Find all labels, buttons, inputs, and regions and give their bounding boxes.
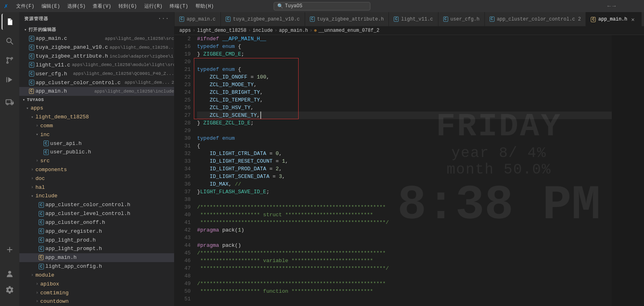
code-line-43	[197, 234, 612, 242]
code-line-32: ID_LIGHT_CTRL_DATA = 0,	[197, 150, 612, 157]
tab-count: 2	[171, 80, 174, 85]
tab-attribute[interactable]: C tuya_zigbee_attribute.h	[305, 12, 389, 26]
menu-run[interactable]: 运行(R)	[141, 2, 166, 10]
folder-name: inc	[40, 132, 50, 138]
folder-src[interactable]: › src	[19, 157, 174, 165]
open-file-color-control[interactable]: C app_cluster_color_control.c apps\light…	[19, 78, 174, 87]
svg-point-2	[7, 58, 8, 59]
tab-app-main-c[interactable]: C app_main.c	[175, 12, 221, 26]
file-user-api[interactable]: C user_api.h	[19, 139, 174, 148]
svg-point-6	[8, 271, 11, 274]
menu-view[interactable]: 查看(V)	[89, 2, 114, 10]
menu-file[interactable]: 文件(F)	[13, 2, 38, 10]
line-numbers: 2 16 19 20 21 22 23 24 25 26 27 28 29 30…	[175, 35, 194, 306]
menu-help[interactable]: 帮助(H)	[192, 2, 217, 10]
tab-c-icon: C	[394, 17, 399, 22]
c-file-icon: C	[39, 211, 44, 217]
inc-chevron: ▾	[34, 132, 40, 137]
c-file-icon: C	[29, 36, 34, 41]
menu-goto[interactable]: 转到(G)	[115, 2, 140, 10]
open-file-attribute[interactable]: C tuya_zigbee_attribute.h include\adapte…	[19, 52, 174, 61]
open-editors-section[interactable]: ▾ 打开的编辑器	[19, 25, 174, 34]
folder-name: module	[35, 272, 54, 278]
menu-terminal[interactable]: 终端(T)	[166, 2, 191, 10]
activity-debug[interactable]	[0, 242, 19, 258]
code-editor[interactable]: FRIDAY year 8/ 4% month 50.0% 8:38 PM 2 …	[175, 35, 644, 306]
tab-user-cfg[interactable]: C user_cfg.h	[438, 12, 485, 26]
c-file-icon: C	[39, 264, 44, 269]
folder-hal[interactable]: › hal	[19, 183, 174, 192]
open-file-light-v11[interactable]: C light_v11.c apps\light_demo_tl8258\mod…	[19, 60, 174, 69]
tab-color-control[interactable]: C app_cluster_color_control.c 2	[485, 12, 586, 26]
code-line-49: /***************************************…	[197, 280, 612, 287]
folder-inc[interactable]: ▾ inc	[19, 130, 174, 139]
file-user-public[interactable]: C user_public.h	[19, 148, 174, 157]
code-line-46: ******************* variable ***********…	[197, 257, 612, 265]
tab-close-button[interactable]: ✕	[630, 16, 636, 23]
tuyaos-root-folder[interactable]: ▾ TUYAOS	[19, 96, 174, 104]
activity-accounts[interactable]	[0, 266, 19, 282]
open-file-app-main-c[interactable]: C app_main.c apps\light_demo_tl8258\src	[19, 34, 174, 43]
filename: app_main.h	[45, 254, 174, 261]
breadcrumb-light-demo[interactable]: light_demo_tl8258	[197, 28, 246, 33]
nav-forward[interactable]: →	[613, 3, 616, 9]
tab-app-main-h[interactable]: C app_main.h ✕	[586, 12, 641, 26]
open-file-app-main-h[interactable]: C app_main.h apps\light_demo_tl8258\incl…	[19, 87, 174, 96]
components-chevron: ›	[29, 167, 35, 172]
folder-module[interactable]: › module	[19, 271, 174, 280]
file-app-main-h[interactable]: C app_main.h	[19, 253, 174, 262]
filename: light_v11.c	[36, 62, 71, 68]
folder-apps[interactable]: ▾ apps	[19, 104, 174, 113]
nav-back[interactable]: ←	[607, 3, 611, 9]
activity-explorer[interactable]	[2, 14, 18, 30]
activity-search[interactable]	[2, 33, 18, 49]
code-line-22: ZCL_ID_ONOFF = 100,	[197, 73, 612, 81]
file-light-prompt-h[interactable]: C app_light_prompt.h	[19, 244, 174, 253]
search-bar[interactable]: 🔍 TuyaOS	[274, 2, 370, 10]
include-chevron: ▾	[29, 194, 35, 198]
folder-comtiming[interactable]: › comtiming	[19, 288, 174, 297]
activity-extensions[interactable]	[2, 94, 18, 110]
c-file-icon: C	[44, 149, 49, 155]
nav-arrows: ← →	[607, 3, 616, 9]
menu-select[interactable]: 选择(S)	[64, 2, 89, 10]
open-file-panel-v10[interactable]: C tuya_zigbee_panel_v10.c apps\light_dem…	[19, 43, 174, 52]
folder-light-demo[interactable]: ▾ light_demo_tl8258	[19, 113, 174, 122]
folder-include[interactable]: ▾ include	[19, 192, 174, 201]
search-text: TuyaOS	[285, 3, 302, 9]
file-color-control-h[interactable]: C app_cluster_color_control.h	[19, 201, 174, 209]
menu-edit[interactable]: 编辑(E)	[38, 2, 63, 10]
folder-doc[interactable]: › doc	[19, 174, 174, 183]
tab-c-icon: C	[179, 17, 184, 22]
file-onoff-h[interactable]: C app_cluster_onoff.h	[19, 218, 174, 227]
breadcrumb-apps[interactable]: apps	[179, 28, 191, 33]
folder-name: apibox	[40, 281, 59, 287]
menu-bar: 文件(F) 编辑(E) 选择(S) 查看(V) 转到(G) 运行(R) 终端(T…	[13, 2, 217, 10]
code-line-37: }LIGHT_FLASH_SAVE_ID_E;	[197, 188, 612, 196]
activity-source-control[interactable]	[2, 52, 18, 68]
filename: app_light_prod.h	[46, 237, 174, 243]
breadcrumb-symbol[interactable]: __unnamed_enum_078f_2	[318, 28, 379, 33]
breadcrumb-file[interactable]: app_main.h	[279, 28, 308, 33]
code-line-16: typedef enum {	[197, 43, 612, 50]
activity-run[interactable]	[2, 72, 18, 88]
sidebar-title: 资源管理器	[24, 16, 48, 22]
svg-line-1	[11, 42, 13, 45]
sidebar-more-button[interactable]: ···	[158, 15, 169, 22]
folder-countdown[interactable]: › countdown	[19, 297, 174, 306]
filename: app_dev_register.h	[46, 228, 174, 234]
file-dev-register-h[interactable]: C app_dev_register.h	[19, 227, 174, 236]
open-file-user-cfg[interactable]: C user_cfg.h apps\light_demo_tl8258\QC00…	[19, 69, 174, 78]
tab-panel-v10[interactable]: C tuya_zigbee_panel_v10.c	[221, 12, 305, 26]
folder-comm[interactable]: › comm	[19, 121, 174, 130]
breadcrumb-include[interactable]: include	[253, 28, 273, 33]
activity-settings[interactable]	[0, 282, 19, 298]
code-content[interactable]: #ifndef __APP_MAIN_H__ typedef enum { } …	[194, 35, 612, 306]
file-light-prod-h[interactable]: C app_light_prod.h	[19, 236, 174, 244]
file-light-config-h[interactable]: C light_app_config.h	[19, 262, 174, 271]
folder-apibox[interactable]: › apibox	[19, 279, 174, 288]
file-level-control-h[interactable]: C app_cluster_level_control.h	[19, 209, 174, 218]
tab-light-v11[interactable]: C light_v11.c	[389, 12, 438, 26]
folder-components[interactable]: › components	[19, 165, 174, 174]
tab-label: user_cfg.h	[451, 17, 480, 22]
